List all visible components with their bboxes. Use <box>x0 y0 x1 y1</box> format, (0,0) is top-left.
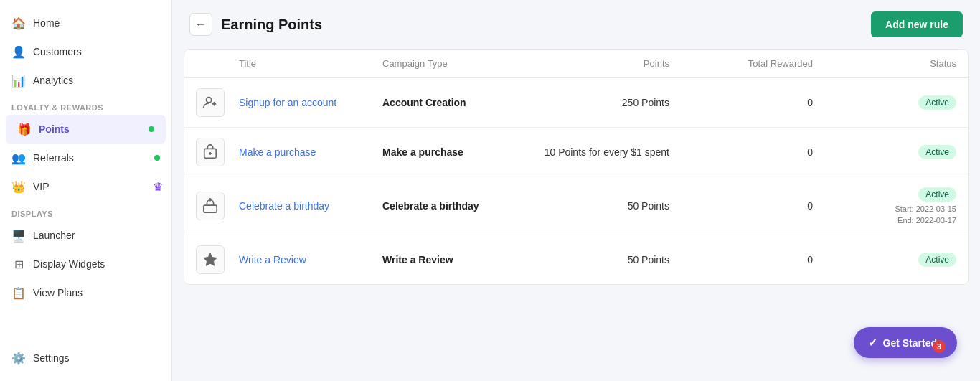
customers-icon: 👤 <box>11 44 26 59</box>
row-title-review[interactable]: Write a Review <box>239 253 382 266</box>
row-total-purchase: 0 <box>669 146 813 158</box>
row-campaign-signup: Account Creation <box>382 97 526 108</box>
col-status: Status <box>813 58 956 69</box>
status-badge-birthday: Active <box>918 187 956 202</box>
status-badge-purchase: Active <box>918 145 956 159</box>
row-points-purchase: 10 Points for every $1 spent <box>526 146 669 158</box>
row-total-review: 0 <box>669 254 813 265</box>
points-active-dot <box>149 126 154 132</box>
home-icon: 🏠 <box>11 16 26 30</box>
sidebar-label-home: Home <box>33 17 60 29</box>
get-started-button[interactable]: ✓ Get Started 3 <box>854 327 957 358</box>
vip-icon: 👑 <box>11 179 26 194</box>
sidebar-item-launcher[interactable]: 🖥️ Launcher <box>0 221 171 250</box>
col-points: Points <box>526 58 669 69</box>
page-title: Earning Points <box>221 17 322 33</box>
loyalty-section-label: LOYALTY & REWARDS <box>0 95 171 115</box>
sidebar-item-view-plans[interactable]: 📋 View Plans <box>0 278 171 307</box>
sidebar-label-settings: Settings <box>33 352 70 364</box>
sidebar-item-customers[interactable]: 👤 Customers <box>0 37 171 66</box>
row-icon-birthday <box>196 192 225 220</box>
status-badge-review: Active <box>918 253 956 267</box>
table-row: Signup for an account Account Creation 2… <box>184 78 968 128</box>
status-badge-signup: Active <box>918 95 956 110</box>
referrals-active-dot <box>154 155 160 161</box>
row-points-signup: 250 Points <box>526 97 669 108</box>
analytics-icon: 📊 <box>11 73 26 88</box>
get-started-check-icon: ✓ <box>868 336 877 349</box>
col-total-rewarded: Total Rewarded <box>669 58 813 69</box>
svg-point-0 <box>207 98 212 103</box>
get-started-badge: 3 <box>933 340 946 353</box>
sidebar-label-points: Points <box>39 123 70 135</box>
sidebar-item-referrals[interactable]: 👥 Referrals <box>0 144 171 172</box>
row-points-review: 50 Points <box>526 254 669 265</box>
row-total-birthday: 0 <box>669 200 813 212</box>
launcher-icon: 🖥️ <box>11 228 26 243</box>
add-rule-button[interactable]: Add new rule <box>871 11 963 37</box>
sidebar-item-home[interactable]: 🏠 Home <box>0 9 171 37</box>
vip-crown-icon: ♛ <box>153 180 163 194</box>
row-title-purchase[interactable]: Make a purchase <box>239 146 382 159</box>
sidebar-label-analytics: Analytics <box>33 75 73 86</box>
row-points-birthday: 50 Points <box>526 200 669 212</box>
date-end-birthday: End: 2022-03-17 <box>897 216 956 225</box>
settings-icon: ⚙️ <box>11 351 26 365</box>
table-row: Make a purchase Make a purchase 10 Point… <box>184 128 968 177</box>
row-status-birthday: Active Start: 2022-03-15 End: 2022-03-17 <box>813 187 956 225</box>
sidebar-item-settings[interactable]: ⚙️ Settings <box>0 344 171 372</box>
table-row: Write a Review Write a Review 50 Points … <box>184 235 968 284</box>
date-start-birthday: Start: 2022-03-15 <box>895 204 956 213</box>
sidebar-item-points[interactable]: 🎁 Points <box>6 115 166 144</box>
display-widgets-icon: ⊞ <box>11 257 26 271</box>
sidebar-label-view-plans: View Plans <box>33 287 83 298</box>
row-campaign-purchase: Make a purchase <box>382 146 526 158</box>
sidebar-item-display-widgets[interactable]: ⊞ Display Widgets <box>0 250 171 278</box>
svg-rect-6 <box>204 205 217 212</box>
sidebar: 🏠 Home 👤 Customers 📊 Analytics LOYALTY &… <box>0 0 172 381</box>
displays-section-label: DISPLAYS <box>0 201 171 221</box>
view-plans-icon: 📋 <box>11 286 26 300</box>
get-started-label: Get Started <box>883 337 937 349</box>
page-header-left: ← Earning Points <box>189 13 322 36</box>
sidebar-label-referrals: Referrals <box>33 152 74 164</box>
row-status-purchase: Active <box>813 145 956 159</box>
sidebar-item-analytics[interactable]: 📊 Analytics <box>0 66 171 95</box>
svg-marker-8 <box>204 253 217 265</box>
row-icon-review <box>196 245 225 274</box>
row-icon-signup <box>196 88 225 117</box>
table-header: Title Campaign Type Points Total Rewarde… <box>184 50 968 78</box>
col-title: Title <box>239 58 382 69</box>
svg-point-7 <box>209 199 211 200</box>
sidebar-label-display-widgets: Display Widgets <box>33 258 105 270</box>
row-campaign-review: Write a Review <box>382 254 526 265</box>
row-total-signup: 0 <box>669 97 813 108</box>
sidebar-label-launcher: Launcher <box>33 230 75 241</box>
row-icon-purchase <box>196 138 225 166</box>
earning-points-table: Title Campaign Type Points Total Rewarde… <box>184 49 969 285</box>
row-campaign-birthday: Celebrate a birthday <box>382 200 526 212</box>
row-title-birthday[interactable]: Celebrate a birthday <box>239 199 382 212</box>
row-title-signup[interactable]: Signup for an account <box>239 96 382 109</box>
col-icon <box>196 58 239 69</box>
referrals-icon: 👥 <box>11 151 26 165</box>
points-icon: 🎁 <box>17 122 32 136</box>
sidebar-item-vip[interactable]: 👑 VIP ♛ <box>0 172 171 201</box>
back-button[interactable]: ← <box>189 13 212 36</box>
page-header: ← Earning Points Add new rule <box>172 0 980 49</box>
col-campaign-type: Campaign Type <box>382 58 526 69</box>
sidebar-label-vip: VIP <box>33 181 50 192</box>
row-status-review: Active <box>813 253 956 267</box>
table-row: Celebrate a birthday Celebrate a birthda… <box>184 177 968 235</box>
row-status-signup: Active <box>813 95 956 110</box>
sidebar-label-customers: Customers <box>33 46 82 57</box>
main-content: ← Earning Points Add new rule Title Camp… <box>172 0 980 381</box>
